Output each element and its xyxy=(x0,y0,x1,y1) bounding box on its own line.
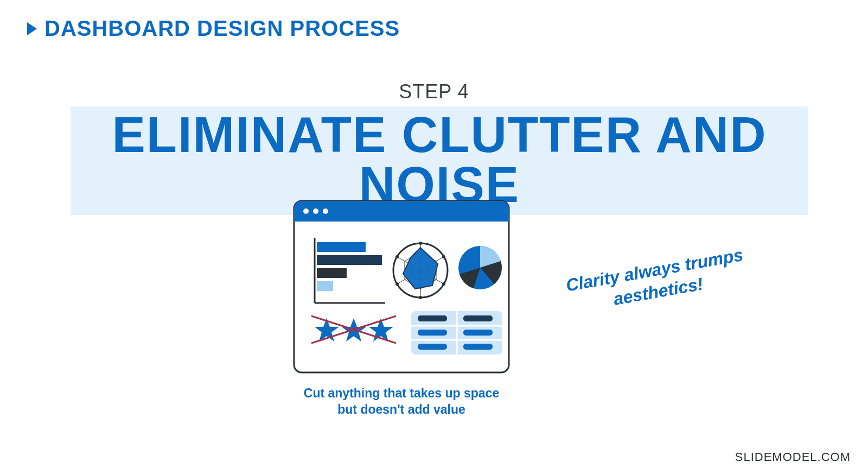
svg-point-18 xyxy=(442,255,445,258)
svg-rect-37 xyxy=(418,344,447,350)
illustration-caption: Cut anything that takes up space but doe… xyxy=(293,385,510,418)
svg-rect-34 xyxy=(463,315,493,321)
triangle-right-icon xyxy=(27,22,37,35)
svg-rect-6 xyxy=(317,242,366,252)
svg-rect-36 xyxy=(463,330,493,336)
dashboard-illustration xyxy=(293,200,510,374)
svg-point-20 xyxy=(419,296,422,299)
svg-point-21 xyxy=(395,282,399,286)
svg-rect-33 xyxy=(418,315,447,321)
slide-title-band: ELIMINATE CLUTTER AND NOISE xyxy=(71,106,808,215)
slide-title: ELIMINATE CLUTTER AND NOISE xyxy=(76,110,803,210)
pie-chart-icon xyxy=(458,246,502,289)
callout-text: Clarity always trumps aesthetics! xyxy=(557,242,756,319)
svg-rect-8 xyxy=(317,268,347,278)
breadcrumb-label: DASHBOARD DESIGN PROCESS xyxy=(44,16,400,41)
svg-point-17 xyxy=(419,242,422,245)
svg-point-3 xyxy=(323,208,328,214)
footer-brand: SLIDEMODEL.COM xyxy=(735,450,851,464)
dashboard-window-icon xyxy=(293,200,510,374)
svg-rect-7 xyxy=(317,255,382,265)
data-table-icon xyxy=(411,311,502,355)
svg-point-19 xyxy=(442,282,445,286)
svg-point-2 xyxy=(313,208,318,214)
svg-rect-38 xyxy=(463,344,493,350)
svg-rect-9 xyxy=(317,281,333,291)
svg-point-22 xyxy=(395,255,399,258)
step-label: STEP 4 xyxy=(0,80,868,103)
svg-point-1 xyxy=(303,208,309,214)
breadcrumb: DASHBOARD DESIGN PROCESS xyxy=(27,16,400,41)
svg-rect-35 xyxy=(418,330,447,336)
